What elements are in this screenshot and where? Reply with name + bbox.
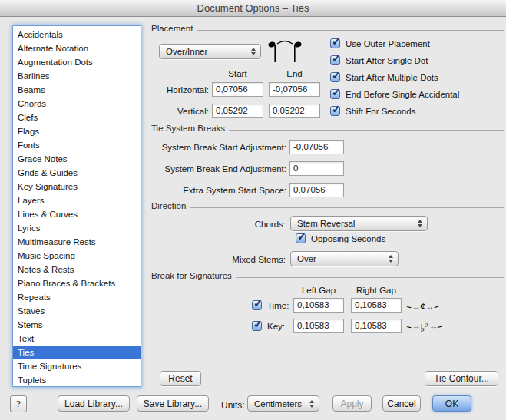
section-divider-line	[190, 207, 504, 208]
tie-contour-button[interactable]: Tie Contour...	[425, 371, 498, 386]
tied-notes-icon	[266, 39, 303, 64]
leftright-arrow-icon: ↔	[412, 303, 419, 311]
sidebar-item-chords[interactable]: Chords	[13, 97, 141, 111]
start-after-multiple-dots-checkbox[interactable]: ✓ Start After Multiple Dots	[330, 72, 438, 82]
sidebar-item-ties[interactable]: Ties	[13, 346, 141, 359]
units-dropdown-value: Centimeters	[254, 399, 302, 408]
time-right-gap-input[interactable]: 0,10583	[351, 298, 402, 313]
title-bar[interactable]: Document Options – Ties	[0, 0, 506, 17]
sidebar-item-stems[interactable]: Stems	[13, 318, 141, 332]
shift-for-seconds-checkbox[interactable]: ✓ Shift For Seconds	[330, 106, 415, 116]
stepper-arrows-icon	[309, 400, 314, 408]
end-before-single-accidental-label: End Before Single Accidental	[346, 90, 459, 99]
sidebar-item-barlines[interactable]: Barlines	[13, 69, 141, 83]
sidebar-item-piano-braces-brackets[interactable]: Piano Braces & Brackets	[13, 276, 141, 290]
extra-system-start-space-input[interactable]: 0,07056	[289, 183, 344, 197]
checkbox-box: ✓	[330, 89, 340, 99]
horizontal-end-input[interactable]: -0,07056	[269, 82, 320, 97]
cancel-button-label: Cancel	[387, 399, 415, 409]
stepper-arrows-icon	[389, 255, 393, 263]
sidebar-item-layers[interactable]: Layers	[13, 193, 141, 207]
check-icon: ✓	[332, 69, 341, 81]
checkbox-box: ✓	[252, 300, 262, 310]
units-label: Units:	[221, 400, 245, 411]
time-left-gap-input[interactable]: 0,10583	[293, 298, 344, 313]
sidebar-item-accidentals[interactable]: Accidentals	[13, 28, 141, 41]
tie-fragment-icon: –	[436, 321, 443, 331]
key-right-gap-input[interactable]: 0,10583	[351, 319, 402, 333]
opposing-seconds-checkbox[interactable]: ✓ Opposing Seconds	[296, 233, 385, 243]
start-after-single-dot-label: Start After Single Dot	[346, 56, 428, 65]
sidebar-item-alternate-notation[interactable]: Alternate Notation	[13, 41, 141, 55]
sidebar-item-notes-rests[interactable]: Notes & Rests	[13, 263, 141, 276]
help-button-label: ?	[16, 398, 21, 410]
tie-fragment-icon: –	[432, 301, 439, 311]
units-dropdown[interactable]: Centimeters	[247, 395, 319, 412]
sidebar-item-grace-notes[interactable]: Grace Notes	[13, 152, 141, 166]
sidebar-item-flags[interactable]: Flags	[13, 124, 141, 138]
mixed-stems-dropdown-value: Over	[297, 254, 316, 263]
reset-button-label: Reset	[168, 373, 192, 384]
document-options-dialog: Document Options – Ties Accidentals Alte…	[0, 0, 506, 420]
check-icon: ✓	[332, 52, 341, 64]
chords-dropdown-value: Stem Reversal	[297, 219, 355, 228]
sidebar-item-multimeasure-rests[interactable]: Multimeasure Rests	[13, 235, 141, 249]
category-list: Accidentals Alternate Notation Augmentat…	[12, 25, 141, 387]
break-for-signatures-section-header: Break for Signatures	[151, 271, 504, 280]
time-signature-break-checkbox[interactable]: ✓ Time:	[252, 300, 289, 310]
vertical-end-input[interactable]: 0,05292	[269, 104, 320, 118]
stepper-arrows-icon	[251, 48, 256, 55]
start-after-single-dot-checkbox[interactable]: ✓ Start After Single Dot	[330, 55, 428, 65]
horizontal-start-input[interactable]: 0,07056	[212, 82, 263, 97]
ok-button-label: OK	[445, 399, 458, 409]
apply-button[interactable]: Apply	[332, 395, 372, 412]
shift-for-seconds-label: Shift For Seconds	[346, 107, 415, 116]
check-icon: ✓	[253, 297, 263, 309]
chords-dropdown[interactable]: Stem Reversal	[290, 216, 428, 231]
sidebar-item-augmentation-dots[interactable]: Augmentation Dots	[13, 55, 141, 69]
load-library-button-label: Load Library...	[64, 399, 123, 409]
sidebar-item-beams[interactable]: Beams	[13, 83, 141, 97]
right-gap-column-header: Right Gap	[349, 286, 403, 295]
key-left-gap-input[interactable]: 0,10583	[293, 319, 344, 333]
system-break-end-adjustment-input[interactable]: 0	[289, 161, 344, 176]
cancel-button[interactable]: Cancel	[382, 395, 421, 412]
mixed-stems-dropdown[interactable]: Over	[290, 251, 399, 266]
placement-dropdown[interactable]: Over/Inner	[159, 44, 261, 59]
ok-button[interactable]: OK	[432, 395, 471, 412]
help-button[interactable]: ?	[10, 395, 27, 412]
placement-dropdown-value: Over/Inner	[166, 47, 207, 56]
extra-system-start-space-label: Extra System Start Space:	[151, 186, 286, 195]
vertical-start-input[interactable]: 0,05292	[212, 104, 263, 118]
sidebar-item-staves[interactable]: Staves	[13, 304, 141, 318]
end-column-header: End	[269, 69, 320, 78]
use-outer-placement-checkbox[interactable]: ✓ Use Outer Placement	[330, 38, 430, 48]
sidebar-item-text[interactable]: Text	[13, 332, 141, 346]
reset-button[interactable]: Reset	[160, 371, 201, 386]
sidebar-item-clefs[interactable]: Clefs	[13, 111, 141, 124]
sidebar-item-fonts[interactable]: Fonts	[13, 138, 141, 152]
placement-section-label: Placement	[151, 24, 193, 33]
section-divider-line	[236, 277, 504, 278]
system-break-start-adjustment-input[interactable]: -0,07056	[289, 140, 344, 154]
load-library-button[interactable]: Load Library...	[58, 395, 130, 412]
leftright-arrow-icon: ↔	[412, 322, 419, 330]
save-library-button[interactable]: Save Library...	[137, 395, 209, 412]
sidebar-item-tuplets[interactable]: Tuplets	[13, 373, 141, 387]
apply-button-label: Apply	[340, 399, 363, 409]
tie-system-breaks-section-label: Tie System Breaks	[151, 124, 225, 133]
key-signature-break-checkbox[interactable]: ✓ Key:	[252, 321, 285, 331]
sidebar-item-key-signatures[interactable]: Key Signatures	[13, 180, 141, 193]
sidebar-item-time-signatures[interactable]: Time Signatures	[13, 359, 141, 373]
flat-icon: ♭	[424, 318, 428, 329]
system-break-start-adjustment-label: System Break Start Adjustment:	[151, 143, 286, 152]
section-divider-line	[229, 130, 504, 131]
sidebar-item-grids-guides[interactable]: Grids & Guides	[13, 166, 141, 180]
check-icon: ✓	[297, 230, 306, 243]
sidebar-item-lyrics[interactable]: Lyrics	[13, 221, 141, 235]
sidebar-item-lines-curves[interactable]: Lines & Curves	[13, 207, 141, 221]
sidebar-item-repeats[interactable]: Repeats	[13, 290, 141, 304]
end-before-single-accidental-checkbox[interactable]: ✓ End Before Single Accidental	[330, 89, 459, 99]
sidebar-item-music-spacing[interactable]: Music Spacing	[13, 249, 141, 263]
window-title: Document Options – Ties	[197, 2, 309, 14]
